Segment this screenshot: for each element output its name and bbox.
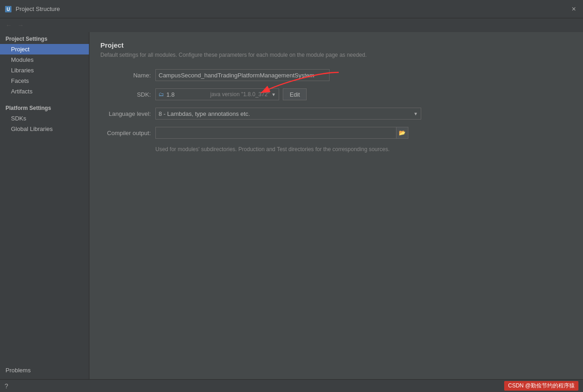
- close-button[interactable]: ×: [569, 5, 578, 14]
- sidebar-item-sdks[interactable]: SDKs: [0, 113, 89, 124]
- sdk-dropdown-arrow-icon: ▼: [271, 92, 276, 97]
- sdk-row: SDK: 🗂 1.8 java version "1.8.0_372" ▼ Ed…: [100, 88, 572, 100]
- name-label: Name:: [100, 72, 155, 79]
- svg-text:U: U: [6, 7, 10, 12]
- title-bar-left: U Project Structure: [5, 5, 60, 13]
- window-title: Project Structure: [16, 5, 60, 12]
- section-title: Project: [100, 41, 572, 49]
- language-level-row: Language level: 8 - Lambdas, type annota…: [100, 108, 572, 120]
- platform-settings-header: Platform Settings: [0, 101, 89, 113]
- sdk-control-wrapper: 🗂 1.8 java version "1.8.0_372" ▼ Edit 此处…: [155, 88, 572, 100]
- sdk-version-detail: java version "1.8.0_372": [210, 91, 270, 98]
- sidebar-item-project[interactable]: Project: [0, 44, 89, 54]
- project-settings-header: Project Settings: [0, 32, 89, 44]
- edit-button[interactable]: Edit: [283, 88, 307, 100]
- csdn-badge: CSDN @勤俭节约的程序猿: [504, 381, 578, 391]
- language-level-select[interactable]: 8 - Lambdas, type annotations etc. ▼: [155, 108, 421, 120]
- forward-arrow[interactable]: →: [16, 21, 26, 30]
- compiler-hint: Used for modules' subdirectories. Produc…: [155, 146, 572, 152]
- compiler-output-control-wrapper: 📂: [155, 127, 572, 139]
- language-level-control-wrapper: 8 - Lambdas, type annotations etc. ▼: [155, 108, 572, 120]
- content-area: Project Default settings for all modules…: [89, 32, 583, 379]
- folder-icon: 📂: [399, 130, 406, 136]
- sidebar: Project Settings Project Modules Librari…: [0, 32, 89, 379]
- sdk-label: SDK:: [100, 91, 155, 98]
- sidebar-item-artifacts[interactable]: Artifacts: [0, 86, 89, 97]
- sdk-select[interactable]: 🗂 1.8 java version "1.8.0_372" ▼: [155, 88, 279, 100]
- section-desc: Default settings for all modules. Config…: [100, 52, 572, 58]
- help-icon[interactable]: ?: [5, 382, 8, 390]
- compiler-output-row: Compiler output: 📂: [100, 127, 572, 139]
- compiler-output-input[interactable]: [156, 130, 396, 136]
- back-arrow[interactable]: ←: [4, 21, 14, 30]
- bottom-bar: ? CSDN @勤俭节约的程序猿: [0, 379, 583, 392]
- title-bar: U Project Structure ×: [0, 0, 583, 18]
- sdk-version-text: 1.8: [166, 91, 210, 98]
- sidebar-item-facets[interactable]: Facets: [0, 76, 89, 86]
- sidebar-item-global-libraries[interactable]: Global Libraries: [0, 124, 89, 134]
- compiler-output-label: Compiler output:: [100, 130, 155, 136]
- sidebar-item-modules[interactable]: Modules: [0, 54, 89, 65]
- name-input[interactable]: [155, 69, 330, 81]
- compiler-input-wrapper: 📂: [155, 127, 408, 139]
- language-level-value: 8 - Lambdas, type annotations etc.: [159, 110, 413, 117]
- nav-bar: ← →: [0, 18, 583, 32]
- language-level-label: Language level:: [100, 110, 155, 117]
- sidebar-item-problems[interactable]: Problems: [0, 365, 89, 376]
- sdk-folder-icon: 🗂: [159, 91, 164, 98]
- main-layout: Project Settings Project Modules Librari…: [0, 32, 583, 379]
- sidebar-item-libraries[interactable]: Libraries: [0, 65, 89, 76]
- app-icon: U: [5, 5, 12, 13]
- compiler-browse-button[interactable]: 📂: [396, 127, 408, 138]
- name-row: Name:: [100, 69, 572, 81]
- language-dropdown-arrow-icon: ▼: [413, 111, 418, 116]
- name-control-wrapper: [155, 69, 572, 81]
